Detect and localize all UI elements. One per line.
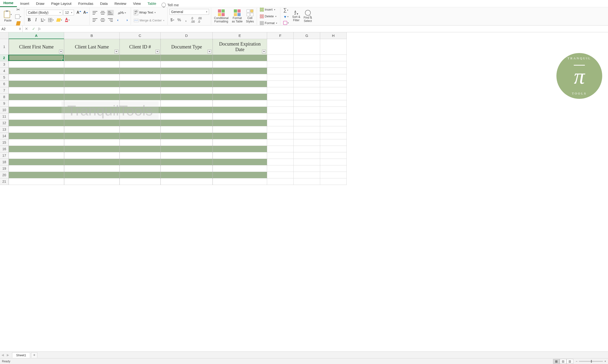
page-layout-view-button[interactable]: ▤ — [560, 359, 567, 364]
increase-font-button[interactable]: A — [75, 10, 81, 15]
cell-E8[interactable] — [213, 94, 267, 100]
cell-E9[interactable] — [213, 100, 267, 107]
row-header-19[interactable]: 19 — [0, 165, 9, 172]
cell-C7[interactable] — [120, 87, 161, 94]
increase-indent-button[interactable] — [122, 17, 129, 23]
cell-A20[interactable] — [9, 172, 64, 178]
cell-F20[interactable] — [267, 172, 294, 178]
orientation-button[interactable]: ab↻▾ — [117, 10, 127, 16]
cell-D3[interactable] — [161, 61, 213, 68]
cell-C20[interactable] — [120, 172, 161, 178]
insert-cells-button[interactable]: Insert▾ — [259, 7, 276, 13]
cell-E3[interactable] — [213, 61, 267, 68]
row-header-13[interactable]: 13 — [0, 126, 9, 133]
row-header-16[interactable]: 16 — [0, 146, 9, 152]
italic-button[interactable]: I — [33, 17, 39, 23]
cell-H13[interactable] — [320, 126, 347, 133]
cell-D10[interactable] — [161, 107, 213, 113]
cell-C16[interactable] — [120, 146, 161, 152]
cell-H18[interactable] — [320, 159, 347, 165]
cell-C1[interactable]: Client ID # — [120, 39, 161, 55]
zoom-in-button[interactable]: + — [604, 360, 606, 363]
cell-A17[interactable] — [9, 152, 64, 159]
tab-data[interactable]: Data — [97, 0, 111, 7]
row-header-11[interactable]: 11 — [0, 113, 9, 120]
filter-dropdown-D[interactable] — [207, 50, 211, 53]
cell-H16[interactable] — [320, 146, 347, 152]
cell-E14[interactable] — [213, 133, 267, 139]
column-header-B[interactable]: B — [64, 32, 120, 39]
cell-G9[interactable] — [294, 100, 320, 107]
row-header-5[interactable]: 5 — [0, 74, 9, 81]
cell-F14[interactable] — [267, 133, 294, 139]
cell-H7[interactable] — [320, 87, 347, 94]
increase-decimal-button[interactable]: .0.00 — [190, 16, 196, 24]
cell-A21[interactable] — [9, 178, 64, 185]
cell-C9[interactable] — [120, 100, 161, 107]
merge-center-button[interactable]: Merge & Center▾ — [133, 18, 165, 23]
cell-A12[interactable] — [9, 120, 64, 126]
cell-C17[interactable] — [120, 152, 161, 159]
cell-E20[interactable] — [213, 172, 267, 178]
tab-view[interactable]: View — [130, 0, 144, 7]
tab-insert[interactable]: Insert — [17, 0, 33, 7]
name-box[interactable]: A2 ▲▼ — [0, 26, 23, 32]
align-right-button[interactable] — [107, 17, 114, 23]
row-header-17[interactable]: 17 — [0, 152, 9, 159]
font-name-select[interactable]: Calibri (Body)▾ — [26, 10, 63, 15]
cell-B12[interactable] — [64, 120, 120, 126]
normal-view-button[interactable]: ▦ — [553, 359, 560, 364]
cell-B5[interactable] — [64, 74, 120, 81]
fill-color-button[interactable]: ▾ — [56, 17, 63, 23]
cell-F1[interactable] — [267, 39, 294, 55]
column-header-F[interactable]: F — [267, 32, 294, 39]
cell-A6[interactable] — [9, 81, 64, 87]
cell-A8[interactable] — [9, 94, 64, 100]
cell-B13[interactable] — [64, 126, 120, 133]
cell-C11[interactable] — [120, 113, 161, 120]
align-left-button[interactable] — [92, 17, 98, 23]
cell-G18[interactable] — [294, 159, 320, 165]
cell-F18[interactable] — [267, 159, 294, 165]
cut-button[interactable]: ✂ — [15, 7, 21, 13]
add-sheet-button[interactable]: + — [31, 352, 37, 358]
cell-A3[interactable] — [9, 61, 64, 68]
cell-E15[interactable] — [213, 139, 267, 146]
cell-C4[interactable] — [120, 68, 161, 74]
cell-F3[interactable] — [267, 61, 294, 68]
cell-B8[interactable] — [64, 94, 120, 100]
font-size-select[interactable]: 12▾ — [64, 10, 74, 15]
cell-H6[interactable] — [320, 81, 347, 87]
cell-A14[interactable] — [9, 133, 64, 139]
cell-E18[interactable] — [213, 159, 267, 165]
cell-A5[interactable] — [9, 74, 64, 81]
cell-G3[interactable] — [294, 61, 320, 68]
cell-A15[interactable] — [9, 139, 64, 146]
cell-G15[interactable] — [294, 139, 320, 146]
cell-G4[interactable] — [294, 68, 320, 74]
cell-A1[interactable]: Client First Name — [9, 39, 64, 55]
cell-F9[interactable] — [267, 100, 294, 107]
cell-H17[interactable] — [320, 152, 347, 159]
row-header-1[interactable]: 1 — [0, 39, 9, 55]
cell-D1[interactable]: Document Type — [161, 39, 213, 55]
row-header-12[interactable]: 12 — [0, 120, 9, 126]
row-header-20[interactable]: 20 — [0, 172, 9, 178]
cell-B11[interactable] — [64, 113, 120, 120]
filter-dropdown-C[interactable] — [155, 50, 159, 53]
cell-D5[interactable] — [161, 74, 213, 81]
wrap-text-button[interactable]: ab↵ Wrap Text▾ — [133, 9, 157, 16]
cell-G17[interactable] — [294, 152, 320, 159]
row-header-3[interactable]: 3 — [0, 61, 9, 68]
tab-home[interactable]: Home — [0, 0, 17, 7]
cell-D6[interactable] — [161, 81, 213, 87]
percent-button[interactable]: % — [176, 17, 182, 23]
cell-E13[interactable] — [213, 126, 267, 133]
cell-B18[interactable] — [64, 159, 120, 165]
cell-C19[interactable] — [120, 165, 161, 172]
cell-C6[interactable] — [120, 81, 161, 87]
cell-A18[interactable] — [9, 159, 64, 165]
cell-A13[interactable] — [9, 126, 64, 133]
cell-G16[interactable] — [294, 146, 320, 152]
cell-H3[interactable] — [320, 61, 347, 68]
